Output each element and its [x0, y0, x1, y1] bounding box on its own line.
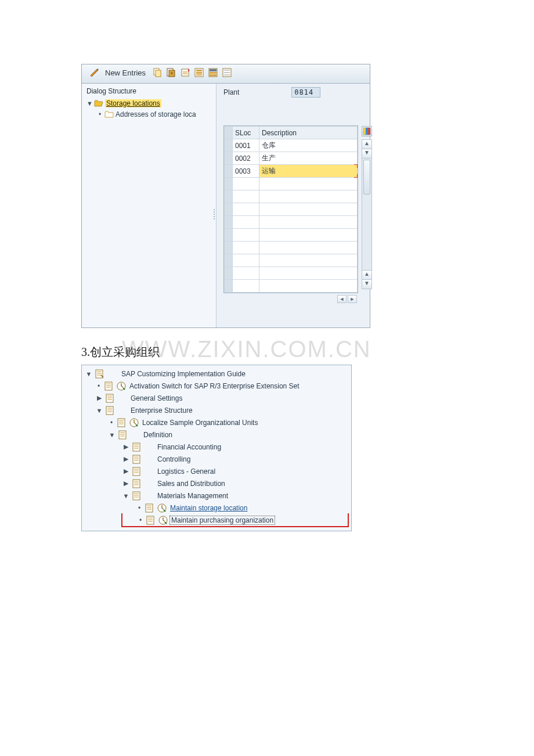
- table-settings-icon[interactable]: [362, 126, 372, 136]
- img-node-activation-switch[interactable]: • Activation Switch for SAP R/3 Enterpri…: [82, 380, 351, 392]
- desc-cell[interactable]: [259, 165, 358, 178]
- scroll-down-icon[interactable]: ▼: [362, 149, 371, 159]
- scroll-up-icon[interactable]: ▲: [362, 140, 371, 149]
- table-row[interactable]: [225, 203, 358, 216]
- execute-icon[interactable]: [117, 381, 126, 391]
- collapse-icon[interactable]: ▼: [109, 431, 116, 438]
- img-node-maintain-purchasing-org[interactable]: • Maintain purchasing organization: [122, 514, 348, 526]
- scroll-up2-icon[interactable]: ▲: [362, 270, 371, 279]
- table-row[interactable]: [225, 267, 358, 280]
- table-row[interactable]: [225, 139, 358, 152]
- img-label[interactable]: Maintain purchasing organization: [170, 516, 275, 524]
- doc-icon[interactable]: [132, 455, 142, 464]
- scroll-right-icon[interactable]: ►: [348, 295, 357, 303]
- doc-icon[interactable]: [105, 406, 116, 415]
- tree-node-storage-locations[interactable]: ▼ Storage locations: [86, 98, 216, 109]
- copy-as-icon[interactable]: [165, 67, 177, 78]
- sloc-cell[interactable]: [233, 152, 259, 165]
- svg-rect-6: [196, 70, 202, 71]
- desc-cell[interactable]: [259, 152, 358, 165]
- doc-icon[interactable]: [132, 467, 142, 476]
- table-row[interactable]: [225, 280, 358, 293]
- desc-input[interactable]: [262, 154, 355, 163]
- toolbar: New Entries: [82, 64, 370, 84]
- row-selector[interactable]: [225, 165, 233, 178]
- row-selector[interactable]: [225, 152, 233, 165]
- sloc-input[interactable]: [235, 167, 257, 175]
- column-sloc[interactable]: SLoc: [233, 127, 259, 139]
- svg-rect-21: [106, 394, 113, 402]
- row-selector[interactable]: [225, 139, 233, 152]
- execute-icon[interactable]: [129, 418, 139, 427]
- collapse-icon[interactable]: ▼: [122, 492, 129, 499]
- collapse-icon[interactable]: ▼: [96, 407, 103, 414]
- img-node-controlling[interactable]: ▶ Controlling: [82, 453, 351, 465]
- select-all-column[interactable]: [225, 127, 233, 139]
- desc-input[interactable]: [262, 167, 355, 175]
- desc-input[interactable]: [262, 142, 355, 150]
- highlighted-selection: • Maintain purchasing organization: [121, 513, 349, 527]
- sloc-input[interactable]: [235, 142, 257, 150]
- table-row[interactable]: [225, 254, 358, 267]
- table-row[interactable]: [225, 229, 358, 242]
- splitter-handle[interactable]: [213, 206, 215, 223]
- img-node-definition[interactable]: ▼ Definition: [82, 429, 351, 441]
- desc-cell[interactable]: [259, 139, 358, 152]
- scrollbar-thumb[interactable]: [363, 160, 370, 195]
- img-node-root[interactable]: ▼ SAP Customizing Implementation Guide: [82, 368, 351, 380]
- doc-icon[interactable]: [104, 381, 114, 391]
- collapse-icon[interactable]: ▼: [86, 100, 92, 107]
- expand-icon[interactable]: ▶: [122, 480, 129, 487]
- horizontal-scrollbar[interactable]: ◄ ►: [223, 295, 358, 303]
- img-label: General Settings: [129, 394, 183, 402]
- select-all-icon[interactable]: [193, 67, 205, 78]
- copy-icon[interactable]: [151, 67, 163, 78]
- svg-rect-25: [119, 431, 126, 439]
- select-block-icon[interactable]: [207, 67, 219, 78]
- toggle-change-icon[interactable]: [89, 67, 100, 78]
- tree-node-addresses[interactable]: • Addresses of storage loca: [86, 109, 216, 120]
- expand-icon[interactable]: ▶: [122, 455, 129, 463]
- doc-icon[interactable]: [95, 369, 105, 379]
- column-description[interactable]: Description: [259, 127, 358, 139]
- collapse-icon[interactable]: ▼: [85, 370, 92, 377]
- img-node-maintain-storage-location[interactable]: • Maintain storage location: [82, 502, 351, 514]
- scroll-down2-icon[interactable]: ▼: [362, 279, 371, 289]
- img-node-materials-management[interactable]: ▼ Materials Management: [82, 489, 351, 502]
- vertical-scrollbar[interactable]: ▲ ▼ ▲ ▼: [362, 139, 372, 289]
- img-node-sales-distribution[interactable]: ▶ Sales and Distribution: [82, 477, 351, 489]
- table-row[interactable]: [225, 152, 358, 165]
- img-node-logistics-general[interactable]: ▶ Logistics - General: [82, 465, 351, 477]
- svg-rect-11: [210, 72, 217, 74]
- scroll-left-icon[interactable]: ◄: [337, 295, 347, 303]
- expand-icon[interactable]: ▶: [96, 394, 103, 402]
- delete-icon[interactable]: [179, 67, 191, 78]
- img-node-financial-accounting[interactable]: ▶ Financial Accounting: [82, 441, 351, 453]
- table-row[interactable]: [225, 242, 358, 254]
- execute-icon[interactable]: [158, 516, 168, 525]
- sloc-input[interactable]: [235, 154, 257, 163]
- table-row[interactable]: [225, 216, 358, 229]
- doc-icon[interactable]: [146, 516, 156, 525]
- sloc-cell[interactable]: [233, 165, 259, 178]
- doc-icon[interactable]: [105, 394, 116, 403]
- doc-icon[interactable]: [132, 491, 142, 501]
- sloc-cell[interactable]: [233, 139, 259, 152]
- doc-icon[interactable]: [117, 418, 127, 427]
- doc-icon[interactable]: [145, 503, 155, 513]
- deselect-all-icon[interactable]: [221, 67, 233, 78]
- img-node-localize-sample[interactable]: • Localize Sample Organizational Units: [82, 416, 351, 429]
- doc-icon[interactable]: [132, 479, 142, 488]
- img-node-enterprise-structure[interactable]: ▼ Enterprise Structure: [82, 404, 351, 416]
- execute-icon[interactable]: [157, 503, 167, 513]
- table-row[interactable]: [225, 190, 358, 203]
- table-row[interactable]: [225, 178, 358, 190]
- doc-icon[interactable]: [118, 430, 128, 440]
- img-label[interactable]: Maintain storage location: [169, 504, 248, 512]
- table-row[interactable]: [225, 165, 358, 178]
- img-node-general-settings[interactable]: ▶ General Settings: [82, 392, 351, 404]
- expand-icon[interactable]: ▶: [122, 467, 129, 475]
- new-entries-button[interactable]: New Entries: [105, 69, 146, 77]
- expand-icon[interactable]: ▶: [122, 443, 129, 451]
- doc-icon[interactable]: [132, 442, 142, 452]
